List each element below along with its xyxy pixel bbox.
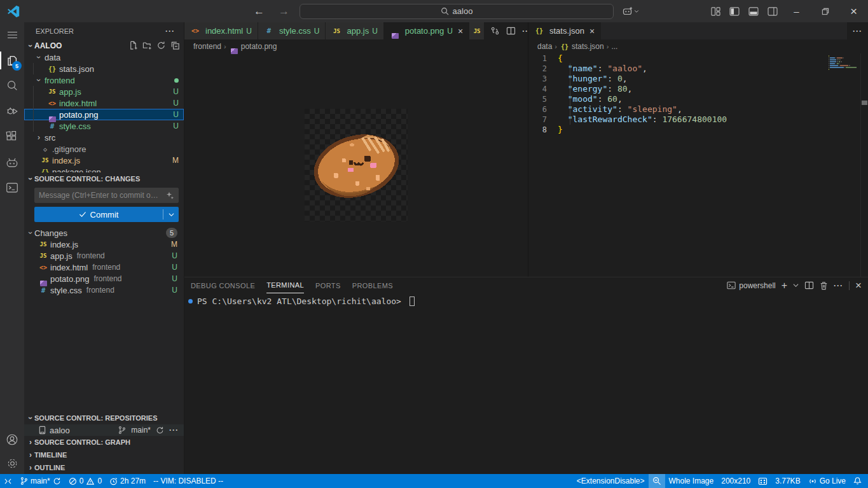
change-item-style.css[interactable]: #style.cssfrontendU: [24, 284, 184, 296]
explorer-item-index.html[interactable]: <>index.htmlU: [24, 97, 184, 109]
kill-terminal-trash-icon[interactable]: [820, 281, 828, 290]
go-live-button[interactable]: Go Live: [804, 474, 850, 488]
restore-button[interactable]: [811, 0, 839, 22]
panel-tab-ports[interactable]: PORTS: [315, 277, 341, 293]
minimize-button[interactable]: –: [782, 0, 811, 22]
changes-group-row[interactable]: › Changes 5: [24, 227, 184, 239]
accounts-icon[interactable]: [0, 427, 24, 452]
ai-assistant-view-icon[interactable]: [0, 150, 24, 175]
json-editor[interactable]: 1{2 "name": "aaloo",3 "hunger": 0,4 "ene…: [528, 53, 868, 277]
change-item-potato.png[interactable]: potato.pngfrontendU: [24, 273, 184, 284]
refresh-icon[interactable]: [156, 41, 166, 50]
terminal-dropdown-icon[interactable]: [793, 283, 799, 288]
explorer-view-icon[interactable]: 5: [0, 48, 24, 73]
explorer-item-src[interactable]: ›src: [24, 132, 184, 143]
root-folder-row[interactable]: › AALOO: [24, 39, 184, 52]
breadcrumb-item-...[interactable]: ...: [611, 42, 617, 51]
close-tab-icon[interactable]: ×: [458, 26, 463, 36]
commit-message-input[interactable]: [39, 191, 162, 200]
extension-disable-status[interactable]: <ExtensionDisable>: [573, 474, 649, 488]
command-center-search[interactable]: aaloo: [300, 4, 614, 19]
breadcrumb[interactable]: frontend›potato.png: [184, 39, 528, 53]
sync-icon[interactable]: [156, 426, 164, 435]
repo-more-actions-icon[interactable]: ···: [169, 426, 179, 435]
panel-more-actions-icon[interactable]: ···: [834, 281, 843, 290]
change-item-app.js[interactable]: JSapp.jsfrontendU: [24, 250, 184, 261]
terminal-instance-label[interactable]: powershell: [727, 281, 775, 290]
scm-repositories-header[interactable]: › SOURCE CONTROL: REPOSITORIES: [24, 412, 184, 424]
new-terminal-icon[interactable]: +: [782, 280, 787, 291]
image-grid-button[interactable]: [754, 474, 771, 488]
tab-stats.json[interactable]: {}stats.json×: [528, 22, 601, 39]
terminal-body[interactable]: PS C:\Users\kv2 ATL\Desktop\richit\aaloo…: [184, 293, 868, 474]
menu-icon[interactable]: [0, 22, 24, 48]
zoom-out-button[interactable]: [649, 474, 665, 488]
minimap[interactable]: [829, 55, 859, 71]
image-fit-status[interactable]: Whole Image: [665, 474, 718, 488]
back-arrow-icon[interactable]: ←: [250, 4, 268, 19]
close-window-button[interactable]: ×: [839, 0, 868, 22]
panel-tab-terminal[interactable]: TERMINAL: [266, 277, 304, 293]
customize-layout-icon[interactable]: [706, 0, 725, 22]
close-tab-icon[interactable]: ×: [589, 26, 595, 36]
breadcrumb-item-stats.json[interactable]: {}stats.json: [560, 42, 604, 51]
notifications-bell[interactable]: [850, 474, 868, 488]
breadcrumb[interactable]: data›{}stats.json›...: [528, 39, 868, 53]
tab-style.css[interactable]: #style.cssU: [258, 22, 326, 39]
tab-app.js[interactable]: JSapp.jsU: [326, 22, 383, 39]
breadcrumb-item-data[interactable]: data: [537, 42, 552, 51]
commit-dropdown-icon[interactable]: [163, 213, 179, 217]
run-debug-view-icon[interactable]: [0, 99, 24, 124]
command-decoration-dot[interactable]: [188, 299, 193, 303]
editor-more-actions-icon[interactable]: ···: [853, 27, 862, 36]
copilot-menu[interactable]: [623, 6, 639, 16]
toggle-secondary-sidebar-icon[interactable]: [763, 0, 782, 22]
settings-gear-icon[interactable]: [0, 452, 24, 474]
toggle-primary-sidebar-icon[interactable]: [725, 0, 744, 22]
section-timeline[interactable]: ›TIMELINE: [24, 449, 184, 461]
sparkle-icon[interactable]: [165, 191, 174, 200]
change-item-index.html[interactable]: <>index.htmlfrontendU: [24, 261, 184, 273]
tab-potato.png[interactable]: potato.pngU×: [384, 22, 469, 39]
panel-tab-problems[interactable]: PROBLEMS: [352, 277, 393, 293]
time-tracker-status[interactable]: 2h 27m: [106, 474, 149, 488]
scm-changes-header[interactable]: › SOURCE CONTROL: CHANGES: [24, 172, 184, 185]
explorer-item-stats.json[interactable]: {}stats.json: [24, 63, 184, 74]
tab-index.html[interactable]: <>index.htmlU: [184, 22, 258, 39]
explorer-item-data[interactable]: ›data: [24, 52, 184, 63]
explorer-item-index.js[interactable]: JSindex.jsM: [24, 155, 184, 166]
repository-row[interactable]: aaloo main* ···: [24, 424, 184, 436]
new-file-icon[interactable]: [128, 41, 138, 50]
vim-status[interactable]: -- VIM: DISABLED --: [149, 474, 227, 488]
toggle-panel-icon[interactable]: [744, 0, 763, 22]
section-outline[interactable]: ›OUTLINE: [24, 461, 184, 474]
explorer-item-package.json[interactable]: {}package.json: [24, 166, 184, 172]
tab-f[interactable]: JSf: [469, 22, 485, 39]
terminal-view-icon[interactable]: [0, 175, 24, 200]
search-view-icon[interactable]: [0, 73, 24, 99]
panel-tab-debug-console[interactable]: DEBUG CONSOLE: [191, 277, 255, 293]
explorer-item-style.css[interactable]: #style.cssU: [24, 120, 184, 132]
file-size-status[interactable]: 3.77KB: [771, 474, 804, 488]
image-size-status[interactable]: 200x210: [717, 474, 754, 488]
section-source-control-graph[interactable]: ›SOURCE CONTROL: GRAPH: [24, 436, 184, 449]
close-panel-icon[interactable]: ×: [855, 279, 862, 292]
new-folder-icon[interactable]: [142, 41, 152, 50]
branch-status[interactable]: main*: [16, 474, 65, 488]
split-terminal-icon[interactable]: [804, 281, 814, 289]
breadcrumb-item-potato.png[interactable]: potato.png: [229, 42, 277, 51]
split-editor-icon[interactable]: [506, 27, 516, 35]
collapse-all-icon[interactable]: [170, 41, 180, 50]
extensions-view-icon[interactable]: [0, 124, 24, 150]
commit-button[interactable]: Commit: [34, 207, 179, 222]
forward-arrow-icon[interactable]: →: [275, 4, 293, 19]
explorer-more-actions-icon[interactable]: ···: [165, 27, 175, 36]
explorer-item-app.js[interactable]: JSapp.jsU: [24, 86, 184, 97]
change-item-index.js[interactable]: JSindex.jsM: [24, 239, 184, 250]
explorer-item-.gitignore[interactable]: ◇.gitignore: [24, 143, 184, 155]
open-changes-icon[interactable]: [490, 26, 500, 36]
breadcrumb-item-frontend[interactable]: frontend: [193, 42, 221, 51]
explorer-item-frontend[interactable]: ›frontend: [24, 74, 184, 86]
remote-indicator[interactable]: [0, 474, 16, 488]
explorer-item-potato.png[interactable]: potato.pngU: [24, 109, 184, 120]
